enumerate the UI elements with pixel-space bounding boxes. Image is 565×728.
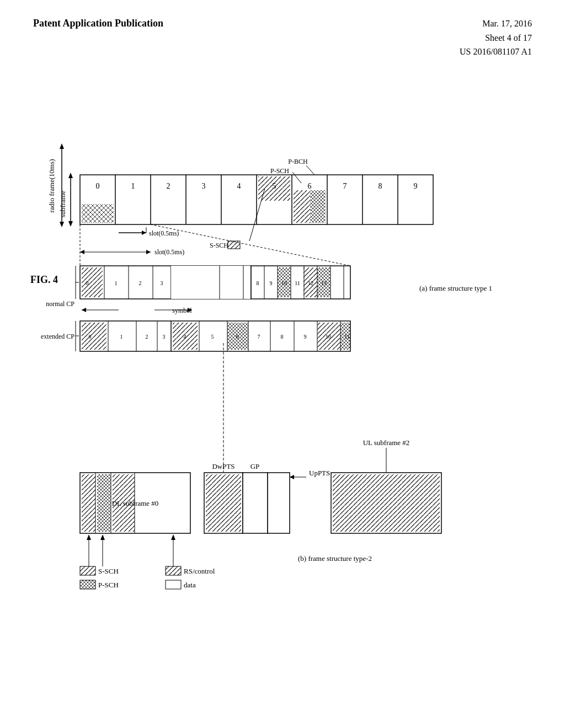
svg-text:2: 2 bbox=[146, 334, 148, 340]
pub-sheet: Sheet 4 of 17 bbox=[460, 31, 532, 45]
svg-rect-25 bbox=[310, 190, 326, 223]
svg-rect-23 bbox=[258, 176, 290, 201]
svg-text:3: 3 bbox=[163, 334, 166, 340]
svg-rect-119 bbox=[82, 474, 95, 532]
p-sch-label-top: P-SCH bbox=[270, 167, 289, 175]
cell-3: 3 bbox=[202, 182, 206, 190]
svg-text:2: 2 bbox=[139, 280, 142, 286]
svg-rect-74 bbox=[317, 267, 331, 297]
data-legend-label: data bbox=[184, 581, 196, 589]
svg-marker-31 bbox=[142, 231, 146, 235]
svg-rect-139 bbox=[166, 580, 181, 589]
cell-8: 8 bbox=[379, 182, 382, 190]
publication-title: Patent Application Publication bbox=[33, 17, 163, 30]
page-header: Patent Application Publication Mar. 17, … bbox=[0, 0, 565, 59]
svg-text:11: 11 bbox=[295, 280, 300, 286]
svg-rect-126 bbox=[206, 474, 241, 532]
cell-9: 9 bbox=[414, 182, 418, 190]
svg-rect-93 bbox=[82, 323, 106, 350]
slot-label: slot(0.5ms) bbox=[149, 229, 179, 237]
svg-text:9: 9 bbox=[304, 334, 307, 340]
s-sch-legend-label: S-SCH bbox=[98, 567, 119, 575]
svg-marker-79 bbox=[82, 308, 86, 312]
svg-rect-128 bbox=[268, 473, 290, 533]
svg-marker-5 bbox=[68, 221, 73, 227]
svg-rect-136 bbox=[80, 566, 95, 575]
gp-label: GP bbox=[250, 462, 260, 470]
svg-rect-107 bbox=[227, 323, 248, 350]
svg-text:3: 3 bbox=[161, 280, 163, 286]
cell-7: 7 bbox=[343, 182, 347, 190]
svg-rect-127 bbox=[243, 473, 268, 533]
svg-text:4: 4 bbox=[184, 334, 186, 340]
frame-type2-label: (b) frame structure type-2 bbox=[298, 554, 372, 563]
pub-title-text: Patent Application Publication bbox=[33, 18, 163, 29]
slot-05ms-label: slot(0.5ms) bbox=[154, 248, 184, 256]
cell-2: 2 bbox=[167, 182, 170, 190]
svg-marker-116 bbox=[80, 250, 84, 254]
svg-marker-1 bbox=[60, 143, 64, 149]
svg-rect-27 bbox=[228, 241, 240, 249]
svg-marker-141 bbox=[87, 534, 91, 540]
svg-marker-145 bbox=[171, 534, 175, 540]
uppts-label: UpPTS bbox=[309, 469, 330, 477]
svg-text:0: 0 bbox=[89, 334, 92, 340]
figure-container: FIG. 4 radio frame(10ms) subframe 0 1 2 bbox=[0, 65, 565, 726]
radio-frame-label: radio frame(10ms) bbox=[47, 159, 56, 212]
svg-text:7: 7 bbox=[258, 334, 260, 340]
svg-marker-143 bbox=[100, 534, 105, 540]
svg-rect-138 bbox=[166, 566, 181, 575]
p-bch-label: P-BCH bbox=[288, 158, 308, 165]
svg-rect-73 bbox=[303, 267, 317, 297]
svg-marker-2 bbox=[60, 222, 64, 227]
p-sch-legend-label: P-SCH bbox=[98, 581, 119, 589]
cell-4: 4 bbox=[237, 182, 241, 190]
svg-text:5: 5 bbox=[211, 334, 214, 340]
svg-rect-72 bbox=[278, 267, 291, 297]
svg-rect-58 bbox=[251, 266, 350, 299]
svg-line-113 bbox=[151, 224, 350, 266]
svg-rect-108 bbox=[317, 323, 340, 350]
rs-control-legend-label: RS/control bbox=[184, 567, 215, 575]
svg-rect-41 bbox=[82, 267, 103, 297]
normal-cp-label: normal CP bbox=[46, 300, 74, 308]
svg-marker-117 bbox=[146, 250, 151, 254]
dl-subframe-label: DL subframe #0 bbox=[112, 499, 159, 507]
svg-marker-4 bbox=[68, 173, 73, 178]
subframe-label: subframe bbox=[58, 190, 67, 217]
s-sch-label-top: S-SCH bbox=[210, 242, 228, 249]
svg-rect-137 bbox=[80, 580, 95, 589]
svg-rect-24 bbox=[294, 190, 310, 223]
svg-rect-133 bbox=[333, 474, 440, 532]
svg-text:9: 9 bbox=[270, 280, 273, 286]
ul-subframe-label: UL subframe #2 bbox=[363, 438, 410, 447]
extended-cp-label: extended CP bbox=[41, 333, 74, 340]
publication-info: Mar. 17, 2016 Sheet 4 of 17 US 2016/0811… bbox=[460, 17, 532, 59]
cell-0: 0 bbox=[96, 182, 100, 190]
svg-rect-121 bbox=[97, 474, 111, 532]
svg-text:1: 1 bbox=[115, 280, 118, 286]
svg-marker-131 bbox=[290, 475, 294, 479]
svg-text:8: 8 bbox=[257, 280, 259, 286]
pub-date: Mar. 17, 2016 bbox=[460, 17, 532, 31]
svg-rect-22 bbox=[82, 204, 114, 223]
figure-svg: radio frame(10ms) subframe 0 1 2 3 4 5 6… bbox=[0, 65, 565, 726]
cell-1: 1 bbox=[131, 182, 135, 190]
svg-text:0: 0 bbox=[86, 280, 89, 286]
svg-rect-52 bbox=[171, 266, 251, 299]
svg-text:1: 1 bbox=[120, 334, 123, 340]
svg-text:8: 8 bbox=[281, 334, 284, 340]
cell-6: 6 bbox=[308, 182, 312, 190]
svg-line-28 bbox=[306, 165, 315, 175]
frame-type1-label: (a) frame structure type 1 bbox=[419, 284, 492, 292]
svg-rect-109 bbox=[340, 323, 350, 350]
pub-number: US 2016/081107 A1 bbox=[460, 45, 532, 59]
